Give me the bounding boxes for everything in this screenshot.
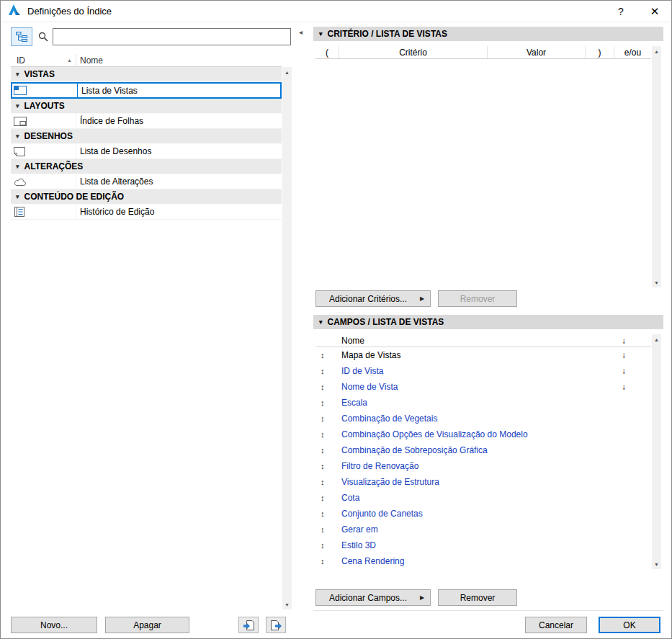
- sort-down-icon[interactable]: ↓: [617, 366, 631, 376]
- column-header-nome[interactable]: Nome: [76, 54, 282, 66]
- close-button[interactable]: ✕: [642, 1, 667, 22]
- scroll-down-icon[interactable]: ▼: [282, 599, 292, 609]
- search-input[interactable]: [53, 28, 291, 45]
- tree-group-alteracoes[interactable]: ▾ ALTERAÇÕES: [11, 159, 282, 174]
- move-handle-icon[interactable]: ↕: [315, 430, 341, 439]
- criteria-section-header[interactable]: ▾ CRITÉRIO / LISTA DE VISTAS: [313, 27, 663, 41]
- move-handle-icon[interactable]: ↕: [315, 509, 341, 518]
- scroll-up-icon[interactable]: ▲: [652, 334, 661, 344]
- move-handle-icon[interactable]: ↕: [315, 446, 341, 455]
- delete-button[interactable]: Apagar: [105, 617, 189, 633]
- column-header-id[interactable]: ID ▲: [11, 54, 76, 66]
- field-row-cota[interactable]: ↕ Cota: [315, 490, 651, 506]
- tree-group-layouts[interactable]: ▾ LAYOUTS: [11, 99, 282, 114]
- help-button[interactable]: ?: [611, 1, 631, 22]
- group-label: ALTERAÇÕES: [24, 161, 84, 171]
- fields-table: Nome ↓ ↕ Mapa de Vistas ↓ ↕ ID de Vista …: [315, 334, 651, 569]
- list-item-historico-de-edicao[interactable]: Histórico de Edição: [11, 205, 282, 220]
- move-handle-icon[interactable]: ↕: [315, 493, 341, 502]
- criteria-scrollbar[interactable]: ▲ ▼: [652, 46, 661, 287]
- chevron-down-icon[interactable]: ▾: [16, 163, 19, 170]
- field-row-combinacao-opcoes-visualizacao[interactable]: ↕ Combinação Opções de Visualização do M…: [315, 426, 651, 442]
- move-handle-icon[interactable]: ↕: [315, 478, 341, 486]
- field-row-escala[interactable]: ↕ Escala: [315, 395, 651, 411]
- chevron-down-icon[interactable]: ▾: [319, 30, 323, 37]
- tree-group-conteudo-de-edicao[interactable]: ▾ CONTEÚDO DE EDIÇÃO: [11, 189, 282, 205]
- submenu-arrow-icon: ▶: [420, 594, 430, 601]
- field-row-estilo-3d[interactable]: ↕ Estilo 3D: [315, 537, 651, 553]
- field-row-conjunto-de-canetas[interactable]: ↕ Conjunto de Canetas: [315, 506, 651, 522]
- field-row-cena-rendering[interactable]: ↕ Cena Rendering: [315, 553, 651, 569]
- sort-down-icon[interactable]: ↓: [617, 336, 631, 346]
- list-item-lista-de-vistas[interactable]: Lista de Vistas: [11, 82, 282, 99]
- item-name: Lista de Alterações: [76, 176, 282, 187]
- add-criteria-label: Adicionar Critérios...: [316, 294, 420, 304]
- remove-criteria-button[interactable]: Remover: [438, 290, 517, 307]
- history-book-icon: [14, 207, 25, 217]
- chevron-down-icon[interactable]: ▾: [16, 133, 19, 140]
- ok-button[interactable]: OK: [599, 617, 660, 633]
- criteria-table: ( Critério Valor ) e/ou: [315, 46, 651, 287]
- index-settings-dialog: Definições do Índice ? ✕ ◂ ID ▲: [0, 0, 672, 639]
- group-label: VISTAS: [24, 69, 55, 79]
- layout-sheet-icon: [14, 117, 27, 126]
- move-handle-icon[interactable]: ↕: [315, 414, 341, 423]
- collapse-panel-arrow-icon[interactable]: ◂: [299, 29, 303, 36]
- criteria-col-open-paren: (: [315, 46, 339, 58]
- list-rows: ▾ VISTAS Lista de Vistas ▾ LAYOUTS: [11, 67, 282, 220]
- item-id-cell: [11, 114, 76, 128]
- item-name: Lista de Vistas: [78, 86, 280, 96]
- criteria-section-title: CRITÉRIO / LISTA DE VISTAS: [328, 29, 447, 39]
- scroll-up-icon[interactable]: ▲: [282, 67, 292, 77]
- fields-scrollbar[interactable]: ▲ ▼: [652, 334, 661, 569]
- field-row-filtro-de-renovacao[interactable]: ↕ Filtro de Renovação: [315, 458, 651, 474]
- tree-view-toggle-button[interactable]: [11, 27, 32, 46]
- remove-fields-button[interactable]: Remover: [438, 589, 517, 606]
- import-index-button[interactable]: [238, 617, 259, 633]
- tree-group-desenhos[interactable]: ▾ DESENHOS: [11, 129, 282, 144]
- item-id-cell: [11, 174, 76, 189]
- add-fields-button[interactable]: Adicionar Campos... ▶: [315, 589, 431, 606]
- field-row-id-de-vista[interactable]: ↕ ID de Vista ↓: [315, 363, 651, 379]
- field-row-gerar-em[interactable]: ↕ Gerar em: [315, 522, 651, 537]
- field-row-mapa-de-vistas[interactable]: ↕ Mapa de Vistas ↓: [315, 347, 651, 363]
- chevron-down-icon[interactable]: ▾: [16, 102, 19, 110]
- field-row-visualizacao-de-estrutura[interactable]: ↕ Visualização de Estrutura: [315, 474, 651, 490]
- move-handle-icon[interactable]: ↕: [315, 383, 341, 391]
- move-handle-icon[interactable]: ↕: [315, 462, 341, 470]
- scroll-down-icon[interactable]: ▼: [652, 559, 661, 569]
- chevron-down-icon[interactable]: ▾: [16, 193, 19, 200]
- list-item-indice-de-folhas[interactable]: Índice de Folhas: [11, 114, 282, 129]
- field-name: Cota: [341, 493, 651, 503]
- title-bar[interactable]: Definições do Índice ? ✕: [1, 1, 671, 22]
- export-index-button[interactable]: [266, 617, 286, 633]
- add-criteria-button[interactable]: Adicionar Critérios... ▶: [315, 290, 431, 307]
- sort-down-icon[interactable]: ↓: [617, 350, 631, 360]
- tree-group-vistas[interactable]: ▾ VISTAS: [11, 67, 282, 82]
- list-item-lista-de-alteracoes[interactable]: Lista de Alterações: [11, 174, 282, 189]
- import-page-icon: [243, 620, 255, 631]
- criteria-col-criterio: Critério: [339, 46, 488, 58]
- fields-header-label: Nome: [341, 336, 617, 346]
- field-row-combinacao-sobreposicao-grafica[interactable]: ↕ Combinação de Sobreposição Gráfica: [315, 442, 651, 458]
- move-handle-icon[interactable]: ↕: [315, 367, 341, 375]
- fields-section-header[interactable]: ▾ CAMPOS / LISTA DE VISTAS: [313, 315, 663, 329]
- move-handle-icon[interactable]: ↕: [315, 398, 341, 407]
- new-button[interactable]: Novo...: [11, 617, 97, 633]
- index-list: ID ▲ Nome ▾ VISTAS Lista de Vistas: [11, 54, 292, 609]
- scroll-down-icon[interactable]: ▼: [652, 277, 661, 287]
- cancel-button[interactable]: Cancelar: [525, 617, 587, 633]
- move-handle-icon[interactable]: ↕: [315, 541, 341, 550]
- scroll-up-icon[interactable]: ▲: [652, 46, 661, 56]
- chevron-down-icon[interactable]: ▾: [319, 318, 323, 326]
- chevron-down-icon[interactable]: ▾: [16, 71, 19, 78]
- move-handle-icon[interactable]: ↕: [315, 525, 341, 534]
- criteria-empty-body[interactable]: [315, 59, 651, 287]
- move-handle-icon[interactable]: ↕: [315, 351, 341, 359]
- field-row-combinacao-de-vegetais[interactable]: ↕ Combinação de Vegetais: [315, 411, 651, 426]
- move-handle-icon[interactable]: ↕: [315, 557, 341, 566]
- sort-down-icon[interactable]: ↓: [617, 382, 631, 392]
- list-scrollbar[interactable]: ▲ ▼: [282, 67, 292, 609]
- field-row-nome-de-vista[interactable]: ↕ Nome de Vista ↓: [315, 379, 651, 395]
- list-item-lista-de-desenhos[interactable]: Lista de Desenhos: [11, 144, 282, 159]
